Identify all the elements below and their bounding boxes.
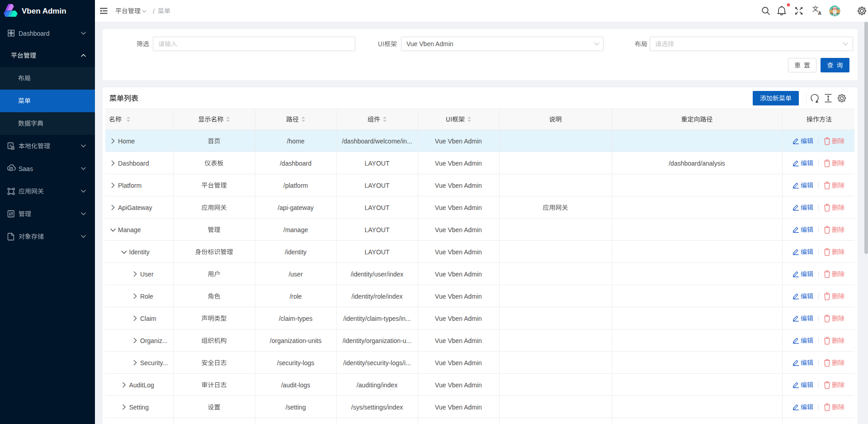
svg-text:/dashboard: /dashboard bbox=[280, 160, 311, 167]
svg-text:Vue Vben Admin: Vue Vben Admin bbox=[435, 337, 482, 344]
svg-text:ApiGateway: ApiGateway bbox=[118, 204, 152, 211]
svg-text:LAYOUT: LAYOUT bbox=[365, 160, 390, 167]
svg-text:Vue Vben Admin: Vue Vben Admin bbox=[435, 315, 482, 322]
svg-text:Manage: Manage bbox=[118, 226, 141, 233]
svg-text:/dashboard/welcome/in...: /dashboard/welcome/in... bbox=[342, 138, 412, 145]
svg-text:/organization-units: /organization-units bbox=[270, 337, 321, 344]
svg-text:Dashboard: Dashboard bbox=[19, 30, 50, 37]
svg-text:/identity/user/index: /identity/user/index bbox=[351, 271, 404, 278]
svg-text:/identity/claim-types/in...: /identity/claim-types/in... bbox=[343, 315, 410, 322]
svg-text:Security...: Security... bbox=[140, 359, 168, 367]
svg-text:/security-logs: /security-logs bbox=[277, 359, 314, 367]
svg-text:Vue Vben Admin: Vue Vben Admin bbox=[435, 160, 482, 167]
svg-text:/api-gateway: /api-gateway bbox=[278, 204, 313, 211]
svg-text:/identity/security-logs/i...: /identity/security-logs/i... bbox=[343, 359, 410, 367]
svg-text:LAYOUT: LAYOUT bbox=[365, 182, 390, 189]
svg-text:/identity/organization-u...: /identity/organization-u... bbox=[343, 337, 412, 344]
svg-text:/dashboard/analysis: /dashboard/analysis bbox=[669, 160, 725, 167]
svg-text:/setting: /setting bbox=[285, 404, 306, 411]
svg-text:Vue Vben Admin: Vue Vben Admin bbox=[435, 204, 482, 211]
svg-text:LAYOUT: LAYOUT bbox=[365, 204, 390, 211]
svg-text:Organiz...: Organiz... bbox=[140, 337, 168, 344]
svg-text:/sys/settings/index: /sys/settings/index bbox=[351, 404, 403, 411]
svg-text:Vue Vben Admin: Vue Vben Admin bbox=[435, 226, 482, 233]
svg-text:Vue Vben Admin: Vue Vben Admin bbox=[435, 381, 482, 389]
svg-text:/home: /home bbox=[287, 138, 305, 145]
svg-text:Vue Vben Admin: Vue Vben Admin bbox=[435, 404, 482, 411]
svg-text:Vue Vben Admin: Vue Vben Admin bbox=[435, 271, 482, 278]
svg-text:Identity: Identity bbox=[129, 248, 150, 256]
svg-text:Vue Vben Admin: Vue Vben Admin bbox=[435, 248, 482, 256]
svg-text:Saas: Saas bbox=[19, 165, 33, 172]
svg-text:LAYOUT: LAYOUT bbox=[365, 226, 390, 233]
svg-text:Vue Vben Admin: Vue Vben Admin bbox=[435, 182, 482, 189]
svg-text:Setting: Setting bbox=[129, 404, 149, 411]
svg-text:Home: Home bbox=[118, 138, 135, 145]
svg-text:Vue Vben Admin: Vue Vben Admin bbox=[406, 40, 453, 48]
svg-text:/role: /role bbox=[289, 293, 302, 300]
svg-text:Vue Vben Admin: Vue Vben Admin bbox=[435, 293, 482, 300]
svg-text:/: / bbox=[153, 8, 155, 15]
svg-text:Vue Vben Admin: Vue Vben Admin bbox=[435, 138, 482, 145]
svg-text:/user: /user bbox=[288, 271, 302, 278]
svg-text:/identity/role/index: /identity/role/index bbox=[352, 293, 403, 300]
svg-text:/manage: /manage bbox=[283, 226, 308, 233]
svg-text:Claim: Claim bbox=[140, 315, 156, 322]
svg-text:LAYOUT: LAYOUT bbox=[365, 248, 390, 256]
svg-text:Vue Vben Admin: Vue Vben Admin bbox=[435, 359, 482, 367]
svg-text:Dashboard: Dashboard bbox=[118, 160, 149, 167]
svg-text:/identity: /identity bbox=[285, 248, 307, 256]
svg-text:/audit-logs: /audit-logs bbox=[281, 381, 311, 389]
svg-text:/claim-types: /claim-types bbox=[279, 315, 313, 322]
svg-text:Role: Role bbox=[140, 293, 153, 300]
svg-text:Platform: Platform bbox=[118, 182, 142, 189]
svg-text:/platform: /platform bbox=[283, 182, 308, 189]
svg-text:A: A bbox=[818, 10, 821, 16]
svg-text:User: User bbox=[140, 271, 154, 278]
svg-text:/auditing/index: /auditing/index bbox=[357, 381, 397, 389]
svg-text:Vben Admin: Vben Admin bbox=[22, 7, 66, 15]
svg-text:AuditLog: AuditLog bbox=[129, 381, 154, 389]
